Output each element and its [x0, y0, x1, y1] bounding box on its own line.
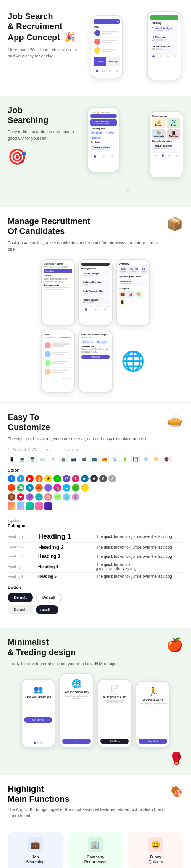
gradient-2 — [17, 502, 24, 510]
hero-screens: Dash Follow Me — [91, 11, 183, 88]
feature-company-recruitment: 🏢 CompanyRecruitment — [68, 832, 123, 868]
color-dot-facebook: f — [8, 475, 15, 482]
color-dot-yellow: ★ — [44, 475, 52, 482]
color-dot-3-1: 🤎 — [8, 493, 15, 501]
recruitment-section: Manage RecruitmentOf Candidates Post job… — [0, 207, 191, 402]
default-button-dark[interactable]: Default — [8, 593, 33, 602]
recruit-phone-4: Detail Job Details Candidates — [41, 330, 75, 393]
color-dot-2-1: 🔴 — [8, 484, 15, 492]
recruitment-title: Manage RecruitmentOf Candidates — [8, 216, 163, 237]
typography-section: Typefase Epilogue Heading 1 Heading 1 Th… — [8, 515, 183, 580]
job-searching-section: JobSearching Easy to find suitable job a… — [0, 96, 191, 207]
min-phone-1: 👥 Find your dream job Get Started — [21, 679, 55, 748]
color-dot-gray2: A — [108, 475, 116, 482]
recruit-phone-2: Manager Post Business Analyst 2 May 2022… — [78, 259, 113, 326]
small-button[interactable]: Small → — [36, 605, 59, 614]
recruit-emoji: 📦 — [167, 216, 183, 232]
job-phone-2: Trending now 💰 Finance ✈️ Travel 🎨 Multi… — [149, 111, 183, 178]
gradient-3 — [26, 502, 34, 510]
gradient-1 — [8, 502, 15, 510]
minimalist-decoration: 🥊 — [8, 752, 183, 765]
customize-section: Easy ToCustomize The style guide system;… — [0, 402, 191, 628]
color-dot-green: ✓ — [53, 475, 61, 482]
min-phone-4: 🏃 Start your work! Your career journey b… — [136, 681, 170, 748]
icon-item: 🖥️ — [28, 455, 37, 463]
color-dot-3-4: 💠 — [35, 493, 43, 501]
color-title: Color — [8, 468, 183, 472]
typo-desc: The quick brown fox jumps over the lazy … — [96, 554, 183, 559]
icon-grid-section: f A ⌘ ♠ ◎ ❖ ✎ ⌫ ⊞ ⊟ ⊕ ↑ → ← ↓ ↗ ↙ ↻ ⟳ 📱 … — [8, 448, 183, 463]
typo-row-h1: Heading 1 Heading 1 The quick brown fox … — [8, 531, 183, 543]
color-dot-3-3: 💜 — [26, 493, 34, 501]
color-row-2: 🔴 💬 ✈ 📤 🎵 🎭 ☁ 🌿 ⭐ — [8, 484, 183, 492]
default-button-outline[interactable]: Default — [36, 593, 62, 602]
job-searching-title: JobSearching — [8, 105, 81, 126]
minimalist-section: Minimalist& Treding design Ready for dev… — [0, 628, 191, 774]
typo-desc: The quick brown foxjumps over the lazy d… — [96, 562, 183, 571]
color-dot-3-7: 💧 — [63, 493, 70, 501]
sparkle-dec: ✦ — [126, 187, 130, 193]
typo-row-h4: Heading 4 Heading 4 The quick brown foxj… — [8, 561, 183, 573]
typo-row-h5: Heading 5 Heading 5 The quick brown fox … — [8, 573, 183, 580]
typo-name: Heading 2 — [8, 545, 38, 549]
highlight-emoji: 🍖 — [169, 784, 183, 798]
job-searching-screens: Hello 👋 New Jobs 7 Day Free Trial Get pr… — [87, 105, 183, 197]
hero-subtitle: More than 150+ clean · clear screens and… — [8, 47, 85, 59]
typo-name: Heading 3 — [8, 554, 38, 558]
icon-item: 📺 — [90, 455, 99, 463]
job-searching-desc: Easy to find suitable job and have a goo… — [8, 129, 81, 142]
color-dot-red: ▶ — [26, 475, 34, 482]
color-dot-2-8: 🌿 — [72, 484, 79, 492]
hero-section: Job Search& RecruimentApp Concept 🎉 More… — [0, 0, 191, 96]
icon-grid: 📱 💻 🖥️ ⌨️ 🖱️ 🖨️ 📷 📹 📺 📻 📡 🔋 💾 💿 📀 🖲️ — [8, 455, 183, 463]
color-section: Color f t ▶ ◎ ★ ✓ P I in A A A 🔴 💬 ✈ 📤 🎵… — [8, 468, 183, 510]
features-grid: 💼 JobSearching 🏢 CompanyRecruitment 😄 Fu… — [8, 832, 183, 868]
typo-desc: The quick brown fox jumps over the lazy … — [96, 535, 183, 539]
job-searching-decoration: 🎯 — [8, 148, 81, 166]
typo-sample: Heading 5 — [38, 574, 96, 579]
recruit-phone-5: Career Success Analyst 📍 New York Fullti… — [78, 330, 113, 393]
typo-desc: The quick brown fox jumps over the lazy … — [96, 574, 183, 579]
min-phone-3: 📄 Build your resume Build Now — [97, 679, 132, 748]
highlight-section: HighlightMain Functions The App UI Kit b… — [0, 775, 191, 868]
job-searching-text: JobSearching Easy to find suitable job a… — [8, 105, 81, 166]
typo-sample: Heading 3 — [38, 554, 96, 559]
customize-header: Easy ToCustomize The style guide system;… — [8, 412, 183, 442]
color-dot-twitter: t — [17, 475, 24, 482]
color-dot-2-5: 🎵 — [44, 484, 52, 492]
color-row-1: f t ▶ ◎ ★ ✓ P I in A A A — [8, 475, 183, 482]
recruit-screens-row1: Business Analyst New York, USA · 22k/mon… — [8, 259, 183, 326]
font-name: Epilogue — [8, 523, 183, 528]
color-dot-2-4: 📤 — [35, 484, 43, 492]
default-button-light[interactable]: Default — [8, 605, 33, 614]
color-dot-3-8: 🔮 — [72, 493, 79, 501]
color-dot-2-6: 🎭 — [53, 484, 61, 492]
hero-text-block: Job Search& RecruimentApp Concept 🎉 More… — [8, 11, 85, 59]
typo-sample: Heading 2 — [38, 544, 96, 550]
recruit-screens-row2: Detail Job Details Candidates — [8, 330, 183, 393]
customize-desc: The style guide system; icons are divers… — [8, 436, 163, 443]
highlight-title: HighlightMain Functions — [8, 784, 165, 804]
icon-grid-label: f A ⌘ ♠ ◎ ❖ ✎ ⌫ ⊞ ⊟ ⊕ ↑ → ← ↓ ↗ ↙ ↻ ⟳ — [8, 448, 183, 452]
color-row-4 — [8, 502, 183, 510]
gradient-4 — [35, 502, 43, 510]
typo-sample: Heading 1 — [38, 533, 96, 541]
minimalist-title: Minimalist& Treding design — [8, 637, 163, 657]
gradient-5 — [44, 502, 52, 510]
button-showcase-2: Default Small → — [8, 605, 183, 614]
feature-label-company: CompanyRecruitment — [84, 855, 107, 865]
icon-item: 💿 — [142, 455, 150, 463]
typo-name: Heading 4 — [8, 565, 38, 569]
color-dot-instagram: I — [72, 475, 79, 482]
recruitment-desc: Post job vacancies, select candidates an… — [8, 240, 163, 253]
color-dot-2-2: 💬 — [17, 484, 24, 492]
customize-text: Easy ToCustomize The style guide system;… — [8, 412, 163, 442]
icon-item: 🖱️ — [49, 455, 57, 463]
icon-item: 💾 — [131, 455, 140, 463]
icon-item: ⌨️ — [39, 455, 47, 463]
icon-item: 💻 — [18, 455, 26, 463]
hero-emoji: 🎉 — [64, 32, 76, 42]
typo-name: Heading 5 — [8, 575, 38, 579]
min-phone-2: 🌐 Join the community Connect with profes… — [59, 673, 94, 748]
color-dot-dark: A — [90, 475, 98, 482]
